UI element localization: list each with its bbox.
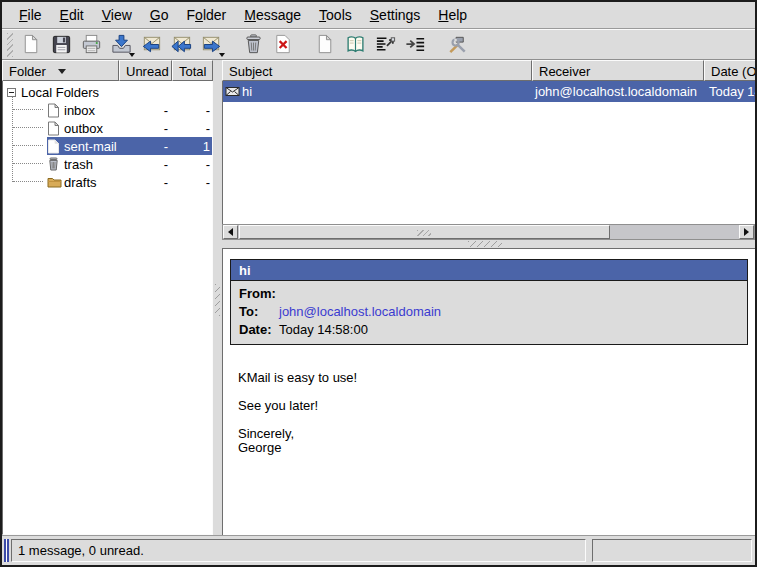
reply-all-icon: [170, 33, 193, 56]
splitter-grip: [215, 284, 220, 316]
to-label: To:: [239, 304, 279, 320]
menu-help[interactable]: Help: [429, 4, 476, 26]
menu-go[interactable]: Go: [141, 4, 178, 26]
scroll-right-button[interactable]: [739, 225, 754, 239]
print-icon: [80, 33, 103, 56]
scroll-left-button[interactable]: [223, 225, 238, 239]
reply-button[interactable]: [138, 31, 165, 58]
to-address-link[interactable]: john@localhost.localdomain: [279, 304, 441, 320]
body-line: KMail is easy to use!: [238, 371, 748, 385]
date-column-header[interactable]: Date (O: [704, 60, 755, 81]
body-line: [238, 385, 748, 399]
status-message-panel: 1 message, 0 unread.: [11, 539, 586, 562]
toolbar-drag-handle[interactable]: [7, 33, 13, 57]
body-line: [238, 413, 748, 427]
message-header-box: hi From: To: john@localhost.localdomain …: [230, 259, 748, 345]
new-message-button[interactable]: [18, 31, 45, 58]
horizontal-splitter[interactable]: [222, 240, 755, 248]
unread-column-header[interactable]: Unread: [119, 60, 172, 81]
envelope-icon: [225, 86, 240, 97]
address-book-button[interactable]: [342, 31, 369, 58]
sort-descending-icon: [58, 69, 66, 74]
date-row: Date: Today 14:58:00: [231, 321, 747, 339]
new-message-icon: [20, 33, 43, 56]
date-label: Date:: [239, 322, 279, 338]
status-secondary-panel: [592, 539, 752, 562]
subject-column-header[interactable]: Subject: [222, 60, 532, 81]
message-body: KMail is easy to use! See you later! Sin…: [238, 371, 748, 455]
folder-item-sent-mail[interactable]: sent-mail - 1: [3, 137, 212, 155]
message-list: hi john@localhost.localdomain Today 14: [222, 81, 755, 224]
dropdown-caret-icon: [129, 53, 135, 57]
main-area: Folder Unread Total Local Folders: [2, 60, 755, 535]
total-column-header[interactable]: Total: [172, 60, 213, 81]
message-row-hi[interactable]: hi john@localhost.localdomain Today 14: [223, 81, 755, 102]
message-pane: Subject Receiver Date (O hi john@localho…: [222, 60, 755, 535]
scrollbar-thumb[interactable]: [239, 225, 610, 239]
menu-view[interactable]: View: [93, 4, 141, 26]
menu-edit[interactable]: Edit: [51, 4, 93, 26]
mark-message-button[interactable]: [372, 31, 399, 58]
reply-icon: [140, 33, 163, 56]
right-arrow-icon: [744, 228, 749, 236]
folder-item-inbox[interactable]: inbox - -: [3, 101, 212, 119]
scrollbar-track[interactable]: [238, 225, 739, 239]
vertical-splitter[interactable]: [213, 60, 222, 535]
receiver-column-header[interactable]: Receiver: [532, 60, 704, 81]
status-bar: 1 message, 0 unread.: [2, 535, 755, 565]
menu-message[interactable]: Message: [235, 4, 310, 26]
address-book-icon: [344, 33, 367, 56]
collapse-expander-icon[interactable]: [7, 88, 16, 97]
folder-tree: Local Folders inbox - -: [2, 81, 213, 535]
folder-pane: Folder Unread Total Local Folders: [2, 60, 213, 535]
date-value: Today 14:58:00: [279, 322, 368, 338]
configure-button[interactable]: [444, 31, 471, 58]
folder-item-drafts[interactable]: drafts - -: [3, 173, 212, 191]
print-button[interactable]: [78, 31, 105, 58]
kmail-window: File Edit View Go Folder Message Tools S…: [0, 0, 757, 567]
forward-button[interactable]: [198, 31, 225, 58]
left-arrow-icon: [228, 228, 233, 236]
menu-file[interactable]: File: [10, 4, 51, 26]
jump-to-list-button[interactable]: [402, 31, 429, 58]
document-icon: [47, 121, 64, 136]
reply-all-button[interactable]: [168, 31, 195, 58]
check-mail-button[interactable]: [108, 31, 135, 58]
folder-column-header[interactable]: Folder: [2, 60, 119, 81]
horizontal-scrollbar[interactable]: [222, 224, 755, 240]
splitter-grip: [468, 241, 502, 247]
from-row: From:: [231, 285, 747, 303]
from-label: From:: [239, 286, 279, 302]
status-grip: [4, 539, 9, 562]
menu-folder[interactable]: Folder: [178, 4, 236, 26]
body-line: George: [238, 441, 748, 455]
body-line: Sincerely,: [238, 427, 748, 441]
toolbar: [2, 29, 755, 60]
message-subject: hi: [242, 84, 252, 99]
folder-pane-headers: Folder Unread Total: [2, 60, 213, 81]
trash-folder-icon: [47, 157, 64, 171]
message-title: hi: [231, 260, 747, 281]
trash-button[interactable]: [240, 31, 267, 58]
new-window-button[interactable]: [312, 31, 339, 58]
message-list-headers: Subject Receiver Date (O: [222, 60, 755, 81]
message-receiver: john@localhost.localdomain: [533, 84, 705, 99]
folder-root-label: Local Folders: [21, 85, 99, 100]
save-icon: [50, 33, 73, 56]
menu-bar: File Edit View Go Folder Message Tools S…: [2, 2, 755, 29]
menu-tools[interactable]: Tools: [310, 4, 361, 26]
trash-icon: [242, 33, 265, 56]
document-icon: [47, 139, 64, 154]
menu-settings[interactable]: Settings: [361, 4, 430, 26]
mark-message-icon: [374, 33, 397, 56]
save-button[interactable]: [48, 31, 75, 58]
folder-root-local-folders[interactable]: Local Folders: [3, 83, 212, 101]
delete-icon: [272, 33, 295, 56]
folder-item-trash[interactable]: trash - -: [3, 155, 212, 173]
jump-to-list-icon: [404, 33, 427, 56]
folder-tree-children: inbox - - outbox - -: [3, 101, 212, 191]
dropdown-caret-icon: [219, 53, 225, 57]
folder-item-outbox[interactable]: outbox - -: [3, 119, 212, 137]
delete-button[interactable]: [270, 31, 297, 58]
to-row: To: john@localhost.localdomain: [231, 303, 747, 321]
